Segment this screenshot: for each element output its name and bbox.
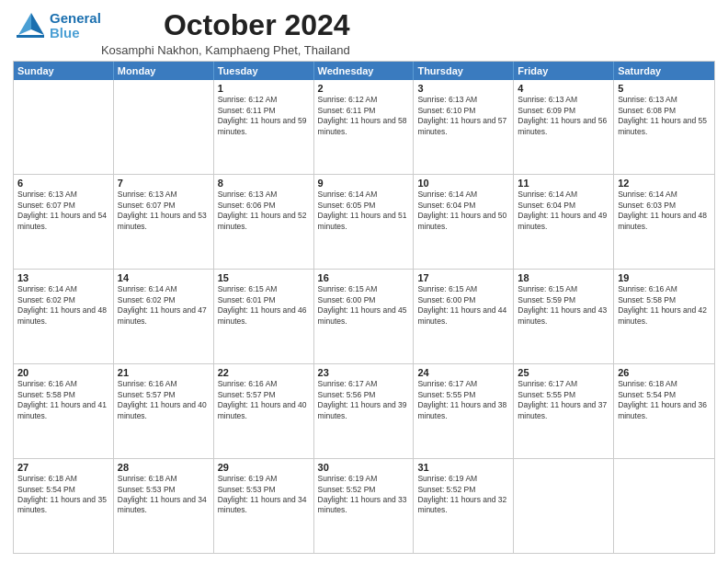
sunset-text: Sunset: 5:57 PM <box>218 390 310 400</box>
sunrise-text: Sunrise: 6:16 AM <box>118 379 210 389</box>
sunset-text: Sunset: 6:06 PM <box>218 201 310 211</box>
cell-3-3: 23Sunrise: 6:17 AMSunset: 5:56 PMDayligh… <box>314 364 415 458</box>
cell-1-1: 7Sunrise: 6:13 AMSunset: 6:07 PMDaylight… <box>114 175 214 269</box>
day-number: 10 <box>417 178 509 189</box>
sunrise-text: Sunrise: 6:17 AM <box>417 379 509 389</box>
day-number: 28 <box>118 462 210 473</box>
day-number: 13 <box>17 272 109 283</box>
daylight-text: Daylight: 11 hours and 48 minutes. <box>618 211 711 232</box>
title-block: October 2024 Kosamphi Nakhon, Kamphaeng … <box>101 9 350 57</box>
daylight-text: Daylight: 11 hours and 34 minutes. <box>218 495 310 516</box>
calendar-header: Sunday Monday Tuesday Wednesday Thursday… <box>14 62 714 80</box>
sunrise-text: Sunrise: 6:15 AM <box>518 284 609 294</box>
sunset-text: Sunset: 5:58 PM <box>618 295 711 305</box>
sunrise-text: Sunrise: 6:13 AM <box>218 190 310 200</box>
week-row-2: 13Sunrise: 6:14 AMSunset: 6:02 PMDayligh… <box>14 270 714 364</box>
day-number: 3 <box>417 83 509 94</box>
week-row-4: 27Sunrise: 6:18 AMSunset: 5:54 PMDayligh… <box>14 459 714 553</box>
sunrise-text: Sunrise: 6:19 AM <box>417 474 509 484</box>
day-number: 29 <box>218 462 310 473</box>
day-number: 18 <box>518 272 609 283</box>
day-number: 2 <box>318 83 410 94</box>
sunrise-text: Sunrise: 6:18 AM <box>17 474 109 484</box>
header-monday: Monday <box>114 62 214 80</box>
sunset-text: Sunset: 6:02 PM <box>17 295 109 305</box>
month-title: October 2024 <box>101 9 350 41</box>
cell-0-4: 3Sunrise: 6:13 AMSunset: 6:10 PMDaylight… <box>414 80 514 174</box>
daylight-text: Daylight: 11 hours and 40 minutes. <box>118 400 210 421</box>
week-row-1: 6Sunrise: 6:13 AMSunset: 6:07 PMDaylight… <box>14 175 714 270</box>
cell-1-6: 12Sunrise: 6:14 AMSunset: 6:03 PMDayligh… <box>614 175 714 269</box>
cell-1-0: 6Sunrise: 6:13 AMSunset: 6:07 PMDaylight… <box>14 175 114 269</box>
sunset-text: Sunset: 6:04 PM <box>417 201 509 211</box>
cell-4-6 <box>614 459 714 553</box>
header-saturday: Saturday <box>614 62 714 80</box>
daylight-text: Daylight: 11 hours and 37 minutes. <box>518 400 609 421</box>
day-number: 17 <box>417 272 509 283</box>
day-number: 16 <box>318 272 410 283</box>
daylight-text: Daylight: 11 hours and 35 minutes. <box>17 495 109 516</box>
header: General Blue October 2024 Kosamphi Nakho… <box>13 9 715 57</box>
sunrise-text: Sunrise: 6:14 AM <box>318 190 410 200</box>
sunset-text: Sunset: 5:56 PM <box>318 390 410 400</box>
sunset-text: Sunset: 6:02 PM <box>118 295 210 305</box>
sunset-text: Sunset: 6:08 PM <box>618 106 711 116</box>
sunrise-text: Sunrise: 6:12 AM <box>218 95 310 105</box>
sunrise-text: Sunrise: 6:18 AM <box>618 379 711 389</box>
cell-0-3: 2Sunrise: 6:12 AMSunset: 6:11 PMDaylight… <box>314 80 415 174</box>
sunrise-text: Sunrise: 6:16 AM <box>618 284 711 294</box>
sunset-text: Sunset: 5:52 PM <box>318 485 410 495</box>
logo-text-block: General Blue <box>50 11 101 41</box>
week-row-0: 1Sunrise: 6:12 AMSunset: 6:11 PMDaylight… <box>14 80 714 175</box>
daylight-text: Daylight: 11 hours and 36 minutes. <box>618 400 711 421</box>
daylight-text: Daylight: 11 hours and 51 minutes. <box>318 211 410 232</box>
page: General Blue October 2024 Kosamphi Nakho… <box>0 0 728 563</box>
sunset-text: Sunset: 6:11 PM <box>318 106 410 116</box>
daylight-text: Daylight: 11 hours and 48 minutes. <box>17 305 109 327</box>
sunset-text: Sunset: 6:00 PM <box>318 295 410 305</box>
daylight-text: Daylight: 11 hours and 39 minutes. <box>318 400 410 421</box>
day-number: 1 <box>218 83 310 94</box>
sunset-text: Sunset: 5:54 PM <box>618 390 711 400</box>
cell-2-0: 13Sunrise: 6:14 AMSunset: 6:02 PMDayligh… <box>14 270 114 363</box>
sunrise-text: Sunrise: 6:19 AM <box>318 474 410 484</box>
daylight-text: Daylight: 11 hours and 33 minutes. <box>318 495 410 516</box>
week-row-3: 20Sunrise: 6:16 AMSunset: 5:58 PMDayligh… <box>14 364 714 459</box>
day-number: 9 <box>318 178 410 189</box>
header-thursday: Thursday <box>414 62 514 80</box>
cell-3-5: 25Sunrise: 6:17 AMSunset: 5:55 PMDayligh… <box>514 364 614 458</box>
sunrise-text: Sunrise: 6:18 AM <box>118 474 210 484</box>
sunset-text: Sunset: 5:55 PM <box>417 390 509 400</box>
day-number: 5 <box>618 83 711 94</box>
daylight-text: Daylight: 11 hours and 54 minutes. <box>17 211 109 232</box>
day-number: 31 <box>417 462 509 473</box>
daylight-text: Daylight: 11 hours and 52 minutes. <box>218 211 310 232</box>
daylight-text: Daylight: 11 hours and 34 minutes. <box>118 495 210 516</box>
sunrise-text: Sunrise: 6:13 AM <box>17 190 109 200</box>
sunset-text: Sunset: 6:00 PM <box>417 295 509 305</box>
daylight-text: Daylight: 11 hours and 50 minutes. <box>417 211 509 232</box>
sunset-text: Sunset: 6:09 PM <box>518 106 609 116</box>
daylight-text: Daylight: 11 hours and 47 minutes. <box>118 305 210 327</box>
sunset-text: Sunset: 5:52 PM <box>417 485 509 495</box>
day-number: 27 <box>17 462 109 473</box>
cell-2-1: 14Sunrise: 6:14 AMSunset: 6:02 PMDayligh… <box>114 270 214 363</box>
sunset-text: Sunset: 6:04 PM <box>518 201 609 211</box>
sunset-text: Sunset: 6:11 PM <box>218 106 310 116</box>
sunset-text: Sunset: 5:55 PM <box>518 390 609 400</box>
cell-3-2: 22Sunrise: 6:16 AMSunset: 5:57 PMDayligh… <box>214 364 314 458</box>
sunset-text: Sunset: 5:57 PM <box>118 390 210 400</box>
cell-3-6: 26Sunrise: 6:18 AMSunset: 5:54 PMDayligh… <box>614 364 714 458</box>
daylight-text: Daylight: 11 hours and 45 minutes. <box>318 305 410 327</box>
day-number: 19 <box>618 272 711 283</box>
daylight-text: Daylight: 11 hours and 38 minutes. <box>417 400 509 421</box>
cell-4-0: 27Sunrise: 6:18 AMSunset: 5:54 PMDayligh… <box>14 459 114 553</box>
sunrise-text: Sunrise: 6:14 AM <box>618 190 711 200</box>
day-number: 12 <box>618 178 711 189</box>
cell-4-3: 30Sunrise: 6:19 AMSunset: 5:52 PMDayligh… <box>314 459 415 553</box>
sunrise-text: Sunrise: 6:16 AM <box>218 379 310 389</box>
sunrise-text: Sunrise: 6:14 AM <box>518 190 609 200</box>
sunrise-text: Sunrise: 6:15 AM <box>318 284 410 294</box>
sunrise-text: Sunrise: 6:12 AM <box>318 95 410 105</box>
svg-marker-1 <box>18 13 31 35</box>
